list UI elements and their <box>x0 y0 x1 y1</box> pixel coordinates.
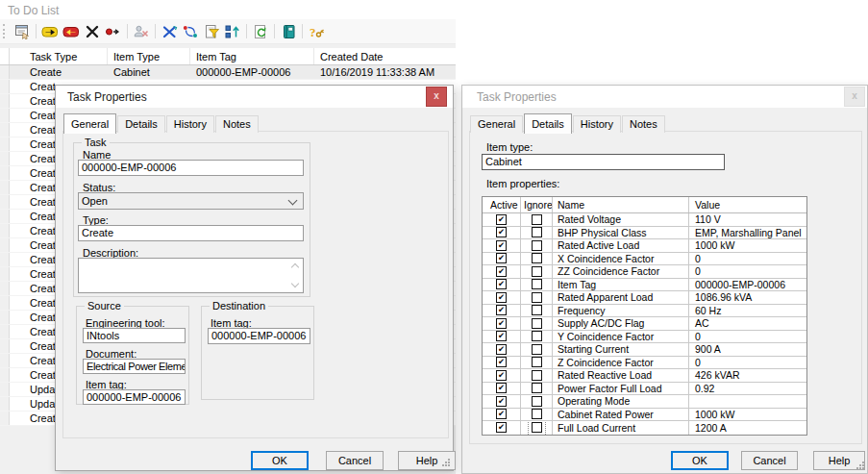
column-header-item-tag[interactable]: Item Tag <box>190 48 314 64</box>
tab-details[interactable]: Details <box>524 113 572 134</box>
name-field[interactable]: 000000-EMP-00006 <box>78 160 304 176</box>
tab-general[interactable]: General <box>63 113 116 134</box>
active-checkbox[interactable] <box>496 331 507 341</box>
active-checkbox[interactable] <box>496 370 507 381</box>
active-checkbox[interactable] <box>496 292 507 303</box>
ignored-checkbox[interactable] <box>532 227 542 237</box>
item-property-row[interactable]: Rated Reactive Load426 kVAR <box>483 369 806 383</box>
item-property-row[interactable]: Operating Mode <box>483 395 806 409</box>
item-property-row[interactable]: Cabinet Rated Power1000 kW <box>483 409 806 422</box>
ignored-checkbox[interactable] <box>532 331 542 341</box>
reconnect-icon[interactable] <box>180 22 201 41</box>
column-header-ignored[interactable]: Ignored <box>521 197 553 212</box>
active-checkbox[interactable] <box>496 396 507 407</box>
active-checkbox[interactable] <box>496 240 507 251</box>
row-selector[interactable] <box>0 383 10 396</box>
destination-item-tag-field[interactable]: 000000-EMP-00006 <box>208 328 310 344</box>
properties-icon[interactable] <box>12 22 33 41</box>
ok-button[interactable]: OK <box>671 451 729 470</box>
item-property-row[interactable]: Y Coincidence Factor0 <box>483 331 806 344</box>
dialog-titlebar[interactable]: Task Properties <box>462 86 867 108</box>
cancel-button[interactable]: Cancel <box>741 451 798 470</box>
engineering-tool-field[interactable]: INtools <box>83 328 186 343</box>
active-checkbox[interactable] <box>496 409 507 419</box>
row-selector[interactable] <box>0 238 10 252</box>
dialog-titlebar[interactable]: Task Properties <box>56 86 453 108</box>
item-type-field[interactable]: Cabinet <box>482 154 725 170</box>
refresh-icon[interactable] <box>250 22 271 41</box>
row-selector[interactable] <box>0 253 10 266</box>
exclude-icon[interactable] <box>159 22 180 41</box>
active-checkbox[interactable] <box>496 318 507 329</box>
item-property-row[interactable]: BHP Physical ClassEMP, Marshalling Panel <box>483 227 806 240</box>
ignored-checkbox[interactable] <box>532 214 542 225</box>
row-selector[interactable] <box>0 267 10 281</box>
item-property-row[interactable]: Power Factor Full Load0.92 <box>483 383 806 396</box>
document-field[interactable]: Electrical Power Elements - <box>83 359 186 374</box>
item-property-row[interactable]: Starting Current900 A <box>483 343 806 357</box>
column-header-task-type[interactable]: Task Type <box>10 48 108 64</box>
active-checkbox[interactable] <box>496 227 507 237</box>
tab-details[interactable]: Details <box>117 115 165 133</box>
sort-columns-icon[interactable] <box>222 22 243 41</box>
active-checkbox[interactable] <box>496 344 507 355</box>
ignored-checkbox[interactable] <box>532 370 542 381</box>
source-item-tag-field[interactable]: 000000-EMP-00006 <box>83 389 186 405</box>
run-task-icon[interactable] <box>39 22 61 41</box>
row-selector[interactable] <box>0 325 10 338</box>
column-header-item-type[interactable]: Item Type <box>108 48 190 64</box>
delete-task-icon[interactable] <box>82 22 103 41</box>
toolbar-grip[interactable] <box>3 24 8 38</box>
row-selector[interactable] <box>0 296 10 310</box>
row-selector[interactable] <box>0 195 10 209</box>
tab-notes[interactable]: Notes <box>622 115 665 133</box>
row-selector[interactable] <box>0 137 10 151</box>
item-property-row[interactable]: Frequency60 Hz <box>483 305 806 318</box>
column-header-active[interactable]: Active <box>483 197 521 212</box>
row-selector[interactable] <box>0 224 10 237</box>
cancel-button[interactable]: Cancel <box>326 451 384 470</box>
row-selector[interactable] <box>0 397 10 411</box>
item-property-row[interactable]: X Coincidence Factor0 <box>483 253 806 266</box>
ignored-checkbox[interactable] <box>532 422 542 433</box>
close-icon[interactable] <box>426 87 447 107</box>
item-property-row[interactable]: Full Load Current1200 A <box>483 421 806 435</box>
table-row-selected[interactable]: Create Cabinet 000000-EMP-00006 10/16/20… <box>0 65 456 80</box>
tab-notes[interactable]: Notes <box>215 115 259 133</box>
row-selector[interactable] <box>0 412 10 425</box>
ignored-checkbox[interactable] <box>532 279 542 289</box>
active-checkbox[interactable] <box>496 214 507 225</box>
item-property-row[interactable]: Rated Voltage110 V <box>483 213 806 227</box>
active-checkbox[interactable] <box>496 383 507 393</box>
ignored-checkbox[interactable] <box>532 318 542 329</box>
row-selector[interactable] <box>0 368 10 382</box>
ignored-checkbox[interactable] <box>532 383 542 393</box>
row-selector[interactable] <box>0 123 10 137</box>
close-icon[interactable] <box>844 87 865 107</box>
tab-history[interactable]: History <box>573 115 621 133</box>
column-header-created-date[interactable]: Created Date <box>314 48 456 64</box>
ignored-checkbox[interactable] <box>532 396 542 407</box>
row-selector[interactable] <box>0 94 10 108</box>
item-property-row[interactable]: Rated Apparent Load1086.96 kVA <box>483 291 806 305</box>
ignored-checkbox[interactable] <box>532 292 542 303</box>
ignored-checkbox[interactable] <box>532 266 542 277</box>
tab-general[interactable]: General <box>470 115 523 133</box>
ignored-checkbox[interactable] <box>532 305 542 315</box>
item-property-row[interactable]: Rated Active Load1000 kW <box>483 239 806 253</box>
log-book-icon[interactable] <box>278 22 299 41</box>
item-property-row[interactable]: Z Coincidence Factor0 <box>483 357 806 370</box>
row-selector[interactable] <box>0 339 10 353</box>
goto-item-icon[interactable] <box>103 22 124 41</box>
type-field[interactable]: Create <box>78 225 304 241</box>
filter-icon[interactable] <box>201 22 222 41</box>
scroll-up-icon[interactable] <box>291 263 299 271</box>
row-selector[interactable] <box>0 181 10 194</box>
active-checkbox[interactable] <box>496 305 507 315</box>
active-checkbox[interactable] <box>496 422 507 433</box>
resize-grip[interactable] <box>441 459 450 467</box>
row-selector[interactable] <box>0 166 10 180</box>
row-selector[interactable] <box>0 210 10 223</box>
ignored-checkbox[interactable] <box>532 357 542 367</box>
item-property-row[interactable]: Supply AC/DC FlagAC <box>483 317 806 331</box>
